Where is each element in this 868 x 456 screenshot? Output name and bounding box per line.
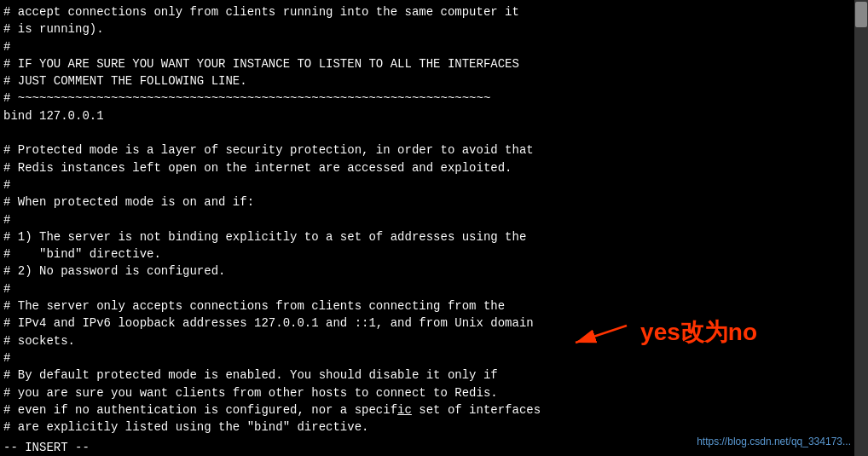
line-7: bind 127.0.0.1 [3,107,848,124]
line-17: # [3,280,848,297]
line-6: # ~~~~~~~~~~~~~~~~~~~~~~~~~~~~~~~~~~~~~~… [3,89,848,107]
svg-line-1 [576,326,627,343]
annotation-label: yes改为no [640,316,757,349]
line-18: # The server only accepts connections fr… [3,297,848,315]
watermark: https://blog.csdn.net/qq_334173... [697,436,851,447]
line-3: # [3,38,848,55]
line-4: # IF YOU ARE SURE YOU WANT YOUR INSTANCE… [3,55,848,72]
line-12: # When protected mode is on and if: [3,193,848,211]
line-9: # Protected mode is a layer of security … [3,141,848,159]
line-15: # "bind" directive. [3,245,848,263]
terminal-window: # accept connections only from clients r… [0,0,868,456]
line-1: # accept connections only from clients r… [3,3,848,20]
line-13: # [3,211,848,228]
annotation-container: yes改为no [565,315,757,349]
terminal-content: # accept connections only from clients r… [3,3,865,456]
line-25: # are explicitly listed using the "bind"… [3,418,848,436]
scrollbar[interactable] [854,0,868,456]
line-11: # [3,176,848,193]
line-10: # Redis instances left open on the inter… [3,159,848,176]
scrollbar-thumb[interactable] [855,2,867,27]
line-14: # 1) The server is not binding explicitl… [3,228,848,245]
line-24: # even if no authentication is configure… [3,401,848,418]
insert-mode-indicator: -- INSERT -- [3,441,90,454]
line-22: # By default protected mode is enabled. … [3,367,848,384]
line-16: # 2) No password is configured. [3,263,848,280]
line-21: # [3,349,848,367]
line-5: # JUST COMMENT THE FOLLOWING LINE. [3,72,848,89]
line-2: # is running). [3,20,848,38]
line-8 [3,124,848,141]
annotation-arrow-svg [565,315,634,349]
line-23: # you are sure you want clients from oth… [3,384,848,401]
